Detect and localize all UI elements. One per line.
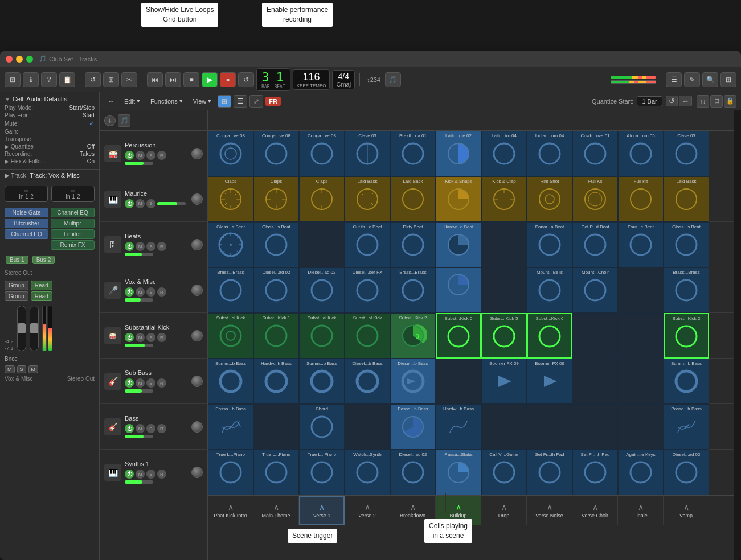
knob-beats[interactable] bbox=[191, 239, 203, 250]
cell-vox-2[interactable]: Diesel...ad 02 bbox=[299, 267, 345, 313]
knob-maurice[interactable] bbox=[191, 193, 203, 205]
cell-syn-0[interactable]: True L...Piano bbox=[208, 450, 253, 495]
functions-menu[interactable]: Functions ▾ bbox=[146, 96, 187, 106]
vol-slider-kick[interactable] bbox=[125, 344, 153, 347]
power-btn-subbass[interactable]: ⏻ bbox=[125, 378, 134, 388]
vol-slider-vox[interactable] bbox=[125, 298, 153, 302]
power-btn-maurice[interactable]: ⏻ bbox=[125, 199, 134, 208]
cell-maur-8[interactable]: Full Kit bbox=[572, 176, 618, 222]
cell-perc-8[interactable]: Cowb...ove 01 bbox=[572, 131, 618, 176]
cell-bass-6[interactable] bbox=[481, 404, 527, 450]
solo-btn-bass[interactable]: S bbox=[146, 424, 155, 433]
align-btn[interactable]: ⊟ bbox=[710, 95, 723, 108]
knob-percussion[interactable] bbox=[191, 148, 203, 159]
cell-sub-1[interactable]: Hardw...h Bass bbox=[253, 359, 299, 404]
mute-btn-subbass[interactable]: M bbox=[136, 378, 145, 388]
cell-beats-1[interactable]: Glass...s Beat bbox=[253, 222, 299, 267]
cell-kick-4[interactable]: Subst...Kick.23 bbox=[390, 313, 436, 359]
cell-kick-3[interactable]: Subst...al Kick bbox=[345, 313, 390, 359]
cell-perc-6[interactable]: Latin...iro 04 bbox=[481, 131, 527, 176]
cell-perc-5[interactable]: Latin...gle 02 bbox=[436, 131, 481, 176]
scene-main-theme[interactable]: ∧ Main Theme bbox=[253, 496, 299, 525]
mute-btn-percussion[interactable]: M bbox=[136, 151, 145, 160]
fader-1[interactable] bbox=[17, 306, 26, 351]
scene-verse-choir[interactable]: ∧ Verse Choir bbox=[572, 496, 618, 525]
cell-beats-8[interactable]: Get P...d Beat bbox=[572, 222, 618, 267]
help-btn[interactable]: ? bbox=[41, 72, 57, 87]
cell-maur-10[interactable]: Laid Back bbox=[664, 176, 709, 222]
power-btn-bass[interactable]: ⏻ bbox=[125, 424, 134, 433]
cell-kick-0[interactable]: Subst...al Kick bbox=[208, 313, 253, 359]
scene-breakdown[interactable]: ∧ Breakdown bbox=[390, 496, 436, 525]
solo-btn-vox[interactable]: S bbox=[146, 287, 155, 297]
cell-perc-9[interactable]: Africa...um 05 bbox=[618, 131, 664, 176]
rec-btn-subbass[interactable]: R bbox=[157, 378, 166, 388]
loop-btn[interactable]: ↺ bbox=[85, 72, 101, 87]
cell-perc-1[interactable]: Conga...ve 08 bbox=[253, 131, 299, 176]
add-track-icon[interactable]: 🎵 bbox=[118, 114, 130, 127]
expand-btn[interactable]: ↔ bbox=[679, 96, 692, 106]
plugin-channel-eq[interactable]: Channel EQ bbox=[5, 229, 48, 239]
s-btn[interactable]: S bbox=[17, 365, 26, 373]
mute-btn-synths[interactable]: M bbox=[136, 470, 145, 479]
cell-beats-7[interactable]: Panor...a Beat bbox=[527, 222, 572, 267]
cell-bass-10[interactable]: Passa...h Bass bbox=[664, 404, 709, 450]
cell-kick-7[interactable]: Subst...Kick 6 bbox=[527, 313, 572, 359]
rec-btn-bass[interactable]: R bbox=[157, 424, 166, 433]
cell-kick-9[interactable] bbox=[618, 313, 664, 359]
vol-slider-subbass[interactable] bbox=[125, 389, 153, 393]
grid-view-btn[interactable]: ⊞ bbox=[218, 95, 231, 108]
rec-btn-beats[interactable]: R bbox=[157, 242, 166, 251]
cell-maur-1[interactable]: Claps bbox=[253, 176, 299, 222]
cell-beats-2[interactable] bbox=[299, 222, 345, 267]
rec-btn-vox[interactable]: R bbox=[157, 287, 166, 297]
sort-btn[interactable]: ↑↓ bbox=[697, 95, 709, 108]
cell-maur-6[interactable]: Kick & Clap bbox=[481, 176, 527, 222]
cell-beats-3[interactable]: Cut th...e Beat bbox=[345, 222, 390, 267]
cell-beats-10[interactable]: Glass...s Beat bbox=[664, 222, 709, 267]
cell-syn-10[interactable]: Diesel...ad 02 bbox=[664, 450, 709, 495]
mute-btn-vox[interactable]: M bbox=[136, 287, 145, 297]
cell-bass-9[interactable] bbox=[618, 404, 664, 450]
scene-buildup[interactable]: ∧ Buildup bbox=[436, 496, 481, 525]
knob-bass[interactable] bbox=[191, 421, 203, 433]
read-btn-1[interactable]: Read bbox=[31, 281, 52, 290]
cell-perc-4[interactable]: Brazil...xia 01 bbox=[390, 131, 436, 176]
mute-btn-maurice[interactable]: M bbox=[136, 199, 145, 208]
minimize-button[interactable] bbox=[16, 56, 23, 63]
list-view-btn[interactable]: ☰ bbox=[666, 72, 682, 87]
knob-vox[interactable] bbox=[191, 285, 203, 296]
play-btn[interactable]: ▶ bbox=[202, 72, 218, 87]
cell-beats-9[interactable]: Four...e Beat bbox=[618, 222, 664, 267]
mute-btn-bass[interactable]: M bbox=[136, 424, 145, 433]
scene-vamp[interactable]: ∧ Vamp bbox=[664, 496, 709, 525]
right-scrollbar[interactable] bbox=[734, 110, 741, 560]
cell-vox-4[interactable]: Brass...Brass bbox=[390, 267, 436, 313]
cell-perc-0[interactable]: Conga...ve 08 bbox=[208, 131, 253, 176]
cell-sub-6[interactable]: Boomer FX 09 bbox=[481, 359, 527, 404]
cell-beats-5[interactable]: Hardw...d Beat bbox=[436, 222, 481, 267]
vol-slider-maurice[interactable] bbox=[157, 202, 186, 205]
cell-sub-5[interactable] bbox=[436, 359, 481, 404]
cell-vox-7[interactable]: Mount...Bells bbox=[527, 267, 572, 313]
cell-vox-5[interactable] bbox=[436, 267, 481, 313]
lock-btn[interactable]: 🔒 bbox=[724, 95, 736, 108]
vol-slider-bass[interactable] bbox=[125, 435, 153, 438]
close-button[interactable] bbox=[6, 56, 13, 63]
cell-syn-6[interactable]: Call Vi...Guitar bbox=[481, 450, 527, 495]
io-out[interactable]: ∞ In 1-2 bbox=[51, 186, 95, 202]
stop-btn[interactable]: ■ bbox=[183, 72, 199, 87]
scene-drop[interactable]: ∧ Drop bbox=[481, 496, 527, 525]
cell-bass-1[interactable] bbox=[253, 404, 299, 450]
mixer-btn[interactable]: ⊞ bbox=[103, 72, 119, 87]
quantize-start-val[interactable]: 1 Bar bbox=[637, 96, 662, 106]
cell-vox-10[interactable]: Brass...Brass bbox=[664, 267, 709, 313]
list-view-btn2[interactable]: ☰ bbox=[234, 95, 247, 108]
fast-forward-btn[interactable]: ⏭ bbox=[165, 72, 181, 87]
cell-bass-4[interactable]: Passa...h Bass bbox=[390, 404, 436, 450]
cell-maur-0[interactable]: Claps bbox=[208, 176, 253, 222]
cell-syn-7[interactable]: Set Fr...th Pad bbox=[527, 450, 572, 495]
cell-kick-5[interactable]: Subst...Kick 5 bbox=[436, 313, 481, 359]
power-btn-beats[interactable]: ⏻ bbox=[125, 242, 134, 251]
plugin-bitcrusher[interactable]: Bitcrusher bbox=[5, 219, 48, 228]
